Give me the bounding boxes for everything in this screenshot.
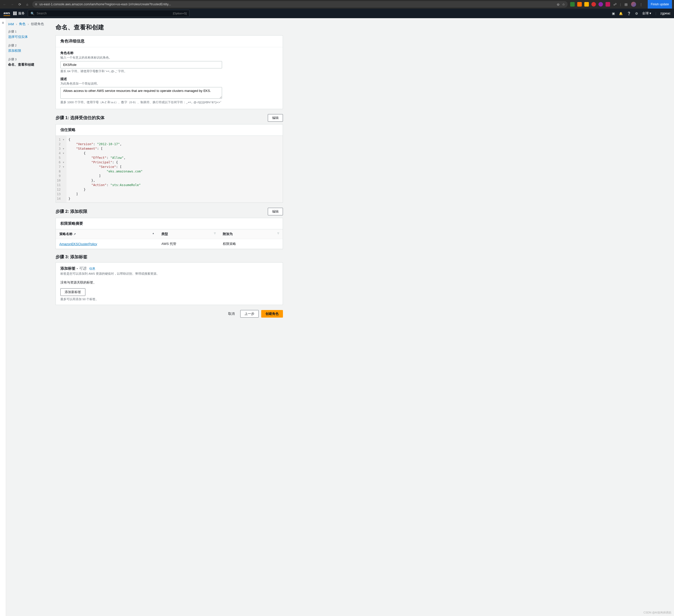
ext-icon-4[interactable] <box>591 2 596 7</box>
ext-icon-3[interactable] <box>584 2 589 7</box>
sidebar-step-1: 步骤 1 选择可信实体 <box>8 30 54 39</box>
policy-link[interactable]: AmazonEKSClusterPolicy <box>60 242 97 246</box>
tags-desc: 标签是您可以添加到 AWS 资源的键值对，以帮助识别、整理或搜索资源。 <box>61 272 278 276</box>
role-name-label: 角色名称 <box>61 51 278 55</box>
step2-edit-button[interactable]: 编辑 <box>268 208 283 215</box>
tags-panel: 添加标签 - 可选 信息 标签是您可以添加到 AWS 资源的键值对，以帮助识别、… <box>55 262 283 305</box>
create-role-button[interactable]: 创建角色 <box>261 310 283 318</box>
sort-icon: ▽ <box>214 232 216 235</box>
tags-info-link[interactable]: 信息 <box>89 267 95 270</box>
role-name-input[interactable] <box>61 61 222 68</box>
step-link[interactable]: 添加权限 <box>8 49 21 52</box>
settings-icon[interactable]: ⚙ <box>635 12 638 15</box>
zoom-icon[interactable]: ⊖ <box>557 3 560 6</box>
previous-button[interactable]: 上一步 <box>240 310 259 318</box>
ext-icon-2[interactable] <box>577 2 582 7</box>
step3-title: 步骤 3: 添加标签 <box>55 254 87 260</box>
page-title: 命名、查看和创建 <box>55 23 283 31</box>
role-name-desc: 输入一个有意义的名称来标识此角色。 <box>61 56 278 59</box>
watermark: CSDN @AI架构师易筋 <box>644 611 671 614</box>
role-name-help: 最长 64 字符。请使用字母数字和 '+=,.@-_' 字符。 <box>61 69 278 73</box>
col-type[interactable]: 类型▽ <box>158 229 219 239</box>
step1-edit-button[interactable]: 编辑 <box>268 114 283 122</box>
reload-icon[interactable]: ⟳ <box>17 2 22 7</box>
table-row: AmazonEKSClusterPolicyAWS 托管权限策略 <box>56 239 283 249</box>
sidebar-toggle-icon[interactable]: ≡ <box>2 21 4 25</box>
policy-type: AWS 托管 <box>158 239 219 249</box>
site-settings-icon[interactable]: ⚙ <box>35 3 37 6</box>
breadcrumb-roles[interactable]: 角色 <box>19 22 25 26</box>
trust-policy-header: 信任策略 <box>56 125 283 136</box>
ext-icon-6[interactable] <box>605 2 610 7</box>
aws-search-input[interactable] <box>37 12 171 15</box>
home-icon[interactable]: ⌂ <box>25 2 30 7</box>
region-selector[interactable]: 全球 ▾ <box>642 11 651 16</box>
url-text: us-east-1.console.aws.amazon.com/iam/hom… <box>39 3 171 6</box>
add-tag-button[interactable]: 添加新标签 <box>61 288 85 296</box>
aws-search[interactable]: 🔍 [Option+S] <box>28 10 190 17</box>
services-label: 服务 <box>18 11 25 16</box>
main-content: 命名、查看和创建 角色详细信息 角色名称 输入一个有意义的名称来标识此角色。 最… <box>55 18 288 616</box>
chevron-right-icon: › <box>27 22 28 26</box>
address-bar[interactable]: ⚙ us-east-1.console.aws.amazon.com/iam/h… <box>32 1 568 8</box>
desc-help: 最多 1000 个字符。使用字母（A-Z 和 a-z）、数字（0-9）、制表符、… <box>61 101 278 104</box>
panel-header: 角色详细信息 <box>56 36 283 47</box>
role-details-panel: 角色详细信息 角色名称 输入一个有意义的名称来标识此角色。 最长 64 字符。请… <box>55 35 283 109</box>
code-gutter: 1 ▾2 3 ▾4 ▾5 6 ▾7 ▾8 9 10 11 12 13 14 <box>56 136 67 202</box>
grid-icon <box>13 12 17 15</box>
tags-header: 添加标签 - 可选 <box>61 266 88 270</box>
sort-asc-icon: ▲ <box>152 232 154 235</box>
trust-policy-panel: 信任策略 1 ▾2 3 ▾4 ▾5 6 ▾7 ▾8 9 10 11 12 13 … <box>55 124 283 203</box>
aws-top-nav: aws 服务 🔍 [Option+S] ▣ 🔔 ❔ ⚙ 全球 ▾ | zgpea… <box>0 9 674 18</box>
ext-icon-1[interactable] <box>570 2 575 7</box>
sort-icon: ▽ <box>277 232 279 235</box>
help-icon[interactable]: ❔ <box>627 12 631 15</box>
policies-table: 策略名称↗▲ 类型▽ 附加为▽ AmazonEKSClusterPolicyAW… <box>56 229 283 249</box>
extensions-icon[interactable]: ☍ <box>612 2 617 7</box>
aws-logo[interactable]: aws <box>4 11 10 16</box>
permissions-panel: 权限策略摘要 策略名称↗▲ 类型▽ 附加为▽ AmazonEKSClusterP… <box>55 218 283 249</box>
step-label: 步骤 3 <box>8 57 54 61</box>
browser-chrome: ← → ⟳ ⌂ ⚙ us-east-1.console.aws.amazon.c… <box>0 0 674 9</box>
step-label: 步骤 2 <box>8 44 54 47</box>
chevron-right-icon: › <box>16 22 17 26</box>
policy-attached: 权限策略 <box>219 239 283 249</box>
external-link-icon: ↗ <box>74 233 76 236</box>
max-tags-text: 最多可以再添加 50 个标签。 <box>61 297 278 301</box>
permissions-summary-header: 权限策略摘要 <box>56 218 283 229</box>
step1-title: 步骤 1: 选择受信任的实体 <box>55 115 105 121</box>
wizard-footer: 取消 上一步 创建角色 <box>55 310 283 318</box>
bookmark-icon[interactable]: ☆ <box>562 3 565 6</box>
finish-update-button[interactable]: Finish update <box>648 0 672 9</box>
code-lines: { "Version": "2012-10-17", "Statement": … <box>67 136 283 202</box>
search-shortcut: [Option+S] <box>173 12 187 15</box>
breadcrumb-iam[interactable]: IAM <box>8 22 14 26</box>
step-label: 步骤 1 <box>8 30 54 34</box>
notifications-icon[interactable]: 🔔 <box>619 12 623 15</box>
ext-icon-5[interactable] <box>598 2 603 7</box>
back-icon[interactable]: ← <box>2 2 7 7</box>
desc-textarea[interactable] <box>61 87 222 99</box>
step-link[interactable]: 选择可信实体 <box>8 35 28 39</box>
no-tags-text: 没有与资源关联的标签。 <box>61 276 278 288</box>
breadcrumb-current: 创建角色 <box>31 22 44 26</box>
forward-icon[interactable]: → <box>10 2 15 7</box>
cancel-button[interactable]: 取消 <box>225 310 238 318</box>
side-panel-icon[interactable]: ▤ <box>624 2 629 7</box>
services-menu[interactable]: 服务 <box>13 11 25 16</box>
menu-icon[interactable]: ⋮ <box>639 2 644 7</box>
trust-policy-code: 1 ▾2 3 ▾4 ▾5 6 ▾7 ▾8 9 10 11 12 13 14 { … <box>56 136 283 202</box>
user-menu[interactable]: zgpeac <box>660 12 670 15</box>
step2-title: 步骤 2: 添加权限 <box>55 209 87 214</box>
profile-avatar[interactable] <box>631 2 636 7</box>
cloudshell-icon[interactable]: ▣ <box>612 12 615 15</box>
col-policy-name[interactable]: 策略名称↗▲ <box>56 229 158 239</box>
step-title: 命名、查看和创建 <box>8 62 54 67</box>
breadcrumb: IAM › 角色 › 创建角色 <box>8 22 54 26</box>
sidebar-step-2: 步骤 2 添加权限 <box>8 44 54 53</box>
desc-desc: 为此角色添加一个简短说明。 <box>61 82 278 86</box>
sidebar-step-3: 步骤 3 命名、查看和创建 <box>8 57 54 67</box>
col-attached[interactable]: 附加为▽ <box>219 229 283 239</box>
desc-label: 描述 <box>61 77 278 81</box>
search-icon: 🔍 <box>30 12 35 15</box>
